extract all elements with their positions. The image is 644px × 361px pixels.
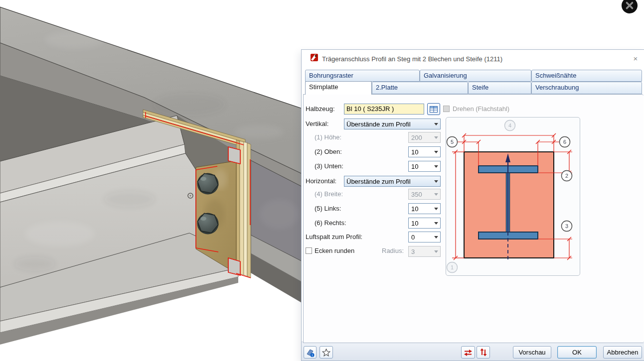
halbzeug-label: Halbzeug: <box>306 105 335 113</box>
chevron-down-icon <box>434 123 438 127</box>
dialog-footer: i Vorschau OK A <box>302 342 644 361</box>
drehen-checkbox <box>443 106 450 112</box>
joint-info-icon: i <box>305 348 315 358</box>
chevron-down-icon <box>434 180 438 185</box>
app-icon <box>311 54 318 61</box>
chevron-down-icon <box>434 222 438 227</box>
ecken-runden-checkbox[interactable] <box>306 247 312 254</box>
favorite-button[interactable] <box>320 346 333 359</box>
dialog-titlebar[interactable]: Trägeranschluss Profil an Steg mit 2 Ble… <box>302 50 644 70</box>
joint-properties-button[interactable]: i <box>304 346 317 359</box>
radius-combo: 3 <box>408 246 441 257</box>
unten-combo[interactable]: 10 <box>408 161 441 172</box>
chevron-down-icon <box>434 165 438 170</box>
tab-schweissnaehte[interactable]: Schweißnähte <box>531 70 642 82</box>
star-icon <box>322 349 330 357</box>
hoehe-combo: 200 <box>408 132 441 143</box>
ecken-runden-label: Ecken runden <box>315 247 354 254</box>
halbzeug-input[interactable]: Bl 10 ( S235JR ) <box>344 104 424 115</box>
flip-vertical-button[interactable] <box>477 346 490 359</box>
hoehe-label: (1) Höhe: <box>315 133 341 141</box>
breite-label: (4) Breite: <box>315 190 343 198</box>
oben-label: (2) Oben: <box>315 148 342 155</box>
web-hole <box>188 193 193 198</box>
tab-stirnplatte[interactable]: Stirnplatte <box>305 81 372 95</box>
ok-button[interactable]: OK <box>557 346 597 359</box>
tab-bohrungsraster[interactable]: Bohrungsraster <box>305 70 420 82</box>
vertikal-label: Vertikal: <box>306 120 328 127</box>
tab-verschraubung[interactable]: Verschraubung <box>531 82 642 94</box>
chevron-down-icon <box>434 208 438 212</box>
horizontal-label: Horizontal: <box>306 177 336 185</box>
dialog-title: Trägeranschluss Profil an Steg mit 2 Ble… <box>322 55 502 63</box>
rechts-label: (6) Rechts: <box>315 219 346 227</box>
breite-combo: 350 <box>408 189 441 200</box>
radius-label: Radius: <box>382 247 404 254</box>
oben-combo[interactable]: 10 <box>408 146 441 157</box>
abbrechen-button[interactable]: Abbrechen <box>603 346 642 359</box>
vorschau-button[interactable]: Vorschau <box>513 346 551 359</box>
3d-viewport[interactable] <box>0 0 309 361</box>
chevron-down-icon <box>434 193 438 198</box>
callout-5: 5 <box>451 139 454 145</box>
plate-diagram: 4 5 6 2 3 1 <box>446 118 580 275</box>
chevron-down-icon <box>434 236 438 241</box>
callout-2: 2 <box>565 173 568 179</box>
links-combo[interactable]: 10 <box>408 203 441 214</box>
screenshot-root: { "overlay": { "close_tooltip": "close" … <box>0 0 644 361</box>
tab-2platte[interactable]: 2.Platte <box>372 82 468 94</box>
callout-3: 3 <box>565 223 568 229</box>
callout-1: 1 <box>451 264 454 270</box>
luftspalt-label: Luftspalt zum Profil: <box>306 233 362 241</box>
overlay-close-button[interactable] <box>621 0 639 14</box>
bolt-bottom <box>197 213 219 235</box>
vertikal-dropdown[interactable]: Überstände zum Profil <box>344 119 441 129</box>
luftspalt-combo[interactable]: 0 <box>408 232 441 242</box>
chevron-down-icon <box>434 151 438 155</box>
connection-dialog: Trägeranschluss Profil an Steg mit 2 Ble… <box>301 49 644 361</box>
up-down-arrows-icon <box>480 348 487 357</box>
flip-horizontal-button[interactable] <box>461 346 475 359</box>
tab-galvanisierung[interactable]: Galvanisierung <box>420 70 531 82</box>
drehen-label: Drehen (Flachstahl) <box>453 105 509 113</box>
callout-4: 4 <box>508 122 511 128</box>
halbzeug-picker-button[interactable] <box>427 103 440 115</box>
plate-diagram-panel: 4 5 6 2 3 1 <box>446 117 580 276</box>
rechts-combo[interactable]: 10 <box>408 218 441 229</box>
dialog-close-icon[interactable]: × <box>631 54 640 63</box>
chevron-down-icon <box>434 136 438 141</box>
table-icon <box>430 106 438 113</box>
unten-label: (3) Unten: <box>315 162 343 170</box>
horizontal-dropdown[interactable]: Überstände zum Profil <box>344 176 441 187</box>
links-label: (5) Links: <box>315 205 341 212</box>
callout-6: 6 <box>563 139 566 145</box>
chevron-down-icon <box>434 250 438 255</box>
tab-steife[interactable]: Steife <box>468 82 531 94</box>
swap-arrows-icon <box>464 349 473 357</box>
bolt-top <box>197 173 219 195</box>
